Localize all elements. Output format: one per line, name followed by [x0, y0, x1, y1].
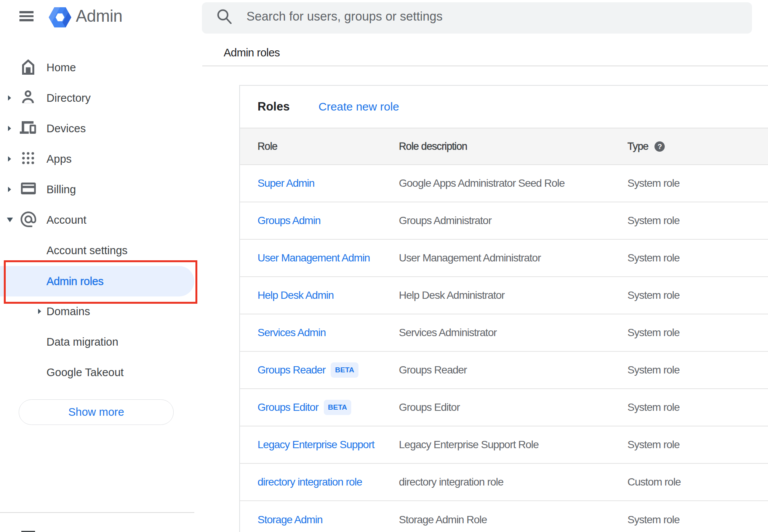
svg-text:?: ?: [658, 143, 662, 151]
